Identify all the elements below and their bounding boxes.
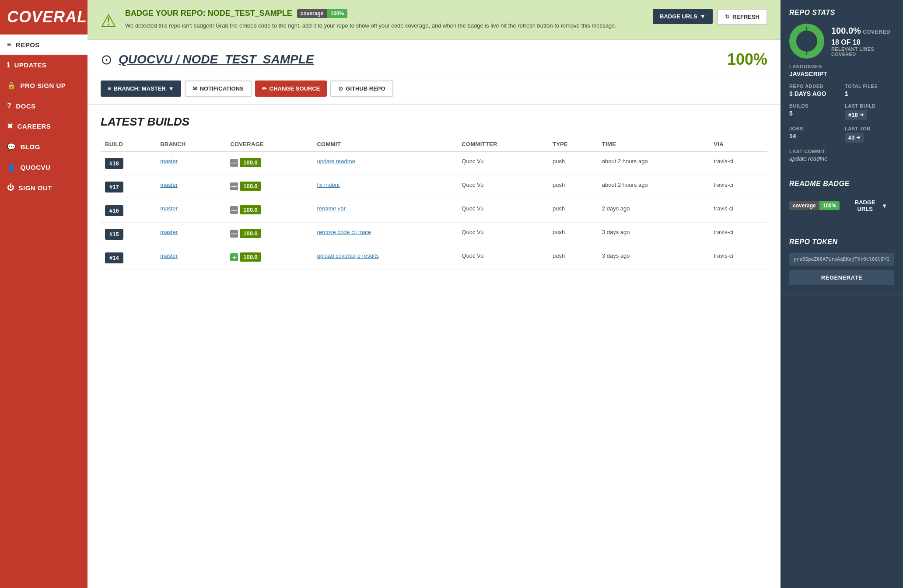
language-value: JAVASCRIPT <box>789 70 894 77</box>
arrow-right-icon: ➜ <box>856 135 860 140</box>
sidebar-item-label: REPOS <box>16 41 40 49</box>
repo-token-title: REPO TOKEN <box>789 238 894 246</box>
cell-time: about 2 hours ago <box>598 175 709 199</box>
sidebar-item-quocvu[interactable]: 👤 QUOCVU <box>0 157 88 178</box>
cell-via: travis-ci <box>709 199 767 223</box>
badge-urls-button[interactable]: BADGE URLS ▼ <box>653 9 713 24</box>
cell-build: #15 <box>101 223 156 246</box>
cell-build: #18 <box>101 151 156 175</box>
coverage-neutral-icon: — <box>230 230 238 238</box>
repo-stats-section: REPO STATS 100.0% COVERED 18 OF 18 RELEV… <box>780 0 903 171</box>
coverage-percent: 100.0% <box>831 26 861 35</box>
language-item: LANGUAGES JAVASCRIPT <box>789 64 894 77</box>
sidebar-item-label: PRO SIGN UP <box>21 82 66 89</box>
cell-committer: Quoc Vu <box>457 175 548 199</box>
cell-type: push <box>548 246 598 270</box>
cell-commit: update readme <box>312 151 457 175</box>
repo-coverage-percent: 100% <box>727 50 767 69</box>
last-job-badge[interactable]: #3 ➜ <box>845 133 864 143</box>
sidebar-item-sign-out[interactable]: ⏻ SIGN OUT <box>0 178 88 198</box>
cell-type: push <box>548 223 598 246</box>
branch-button[interactable]: ≡ BRANCH: MASTER ▼ <box>101 80 181 97</box>
cell-via: travis-ci <box>709 151 767 175</box>
regenerate-button[interactable]: REGENERATE <box>789 270 894 285</box>
builds-section: LATEST BUILDS BUILD BRANCH COVERAGE COMM… <box>88 105 780 588</box>
col-committer: COMMITTER <box>457 137 548 151</box>
stats-numbers: 100.0% COVERED 18 OF 18 RELEVANT LINES C… <box>831 26 894 57</box>
edit-icon: ✏ <box>262 85 267 92</box>
cell-time: about 2 hours ago <box>598 151 709 175</box>
readme-badge-display: coverage 100% <box>789 201 840 210</box>
blog-icon: 💬 <box>7 143 16 151</box>
jobs-item: JOBS 14 <box>789 126 839 143</box>
github-repo-button[interactable]: ⊙ GITHUB REPO <box>330 80 393 97</box>
sidebar-item-careers[interactable]: ✖ CAREERS <box>0 116 88 136</box>
cell-committer: Quoc Vu <box>457 199 548 223</box>
right-panel: REPO STATS 100.0% COVERED 18 OF 18 RELEV… <box>780 0 903 588</box>
col-time: TIME <box>598 137 709 151</box>
sidebar-item-docs[interactable]: ? DOCS <box>0 96 88 116</box>
cell-type: push <box>548 175 598 199</box>
envelope-icon: ✉ <box>192 85 197 92</box>
banner-title: BADGE YOUR REPO: NODE_TEST_SAMPLE covera… <box>125 9 644 18</box>
relevant-lines-label: RELEVANT LINES COVERED <box>831 46 894 57</box>
cell-commit: upload coverag e results <box>312 246 457 270</box>
cell-build: #16 <box>101 199 156 223</box>
repo-header: ⊙ QUOCVU / NODE_TEST_SAMPLE 100% <box>88 40 780 76</box>
sidebar-item-blog[interactable]: 💬 BLOG <box>0 136 88 157</box>
repo-token-section: REPO TOKEN yrs0SpeZ06A7irpAqEKejTXr0cl0G… <box>780 229 903 294</box>
cell-branch: master <box>156 223 226 246</box>
cell-build: #17 <box>101 175 156 199</box>
coverage-donut-chart <box>789 24 824 59</box>
change-source-button[interactable]: ✏ CHANGE SOURCE <box>255 80 327 97</box>
sidebar-item-label: QUOCVU <box>21 164 51 171</box>
col-build: BUILD <box>101 137 156 151</box>
refresh-button[interactable]: ↻ REFRESH <box>717 9 767 25</box>
builds-table: BUILD BRANCH COVERAGE COMMIT COMMITTER T… <box>101 137 767 270</box>
cell-committer: Quoc Vu <box>457 151 548 175</box>
cell-via: travis-ci <box>709 246 767 270</box>
readme-badge-section: README BADGE coverage 100% BADGE URLS ▼ <box>780 171 903 229</box>
table-row: #17 master — 100.0 fix indent Quoc Vu pu… <box>101 175 767 199</box>
last-commit-item: LAST COMMIT update readme <box>789 149 894 162</box>
coverage-neutral-icon: — <box>230 206 238 214</box>
refresh-icon: ↻ <box>725 14 730 20</box>
col-coverage: COVERAGE <box>226 137 312 151</box>
logo: COVERALLS <box>0 0 88 35</box>
lines-count: 18 OF 18 <box>831 38 894 46</box>
readme-badge-urls-button[interactable]: BADGE URLS ▼ <box>844 195 894 217</box>
cell-time: 2 days ago <box>598 199 709 223</box>
repo-stats-title: REPO STATS <box>789 9 894 17</box>
last-build-badge[interactable]: #18 ➜ <box>845 110 867 120</box>
col-commit: COMMIT <box>312 137 457 151</box>
question-icon: ? <box>7 102 11 110</box>
github-icon: ⊙ <box>101 51 112 68</box>
cell-time: 3 days ago <box>598 223 709 246</box>
col-via: VIA <box>709 137 767 151</box>
repo-added-item: REPO ADDED 3 DAYS AGO <box>789 84 839 97</box>
stats-donut: 100.0% COVERED 18 OF 18 RELEVANT LINES C… <box>789 24 894 59</box>
stats-grid: REPO ADDED 3 DAYS AGO TOTAL FILES 1 BUIL… <box>789 84 894 143</box>
cell-commit: rename var <box>312 199 457 223</box>
cell-coverage: + 100.0 <box>226 246 312 270</box>
coverage-neutral-icon: — <box>230 182 238 190</box>
user-icon: 👤 <box>7 163 16 172</box>
cell-type: push <box>548 151 598 175</box>
cell-coverage: — 100.0 <box>226 223 312 246</box>
sidebar-item-repos[interactable]: ≡ REPOS <box>0 35 88 55</box>
table-row: #15 master — 100.0 remove code cli mate … <box>101 223 767 246</box>
cell-committer: Quoc Vu <box>457 223 548 246</box>
sidebar-item-label: UPDATES <box>14 61 47 69</box>
cell-via: travis-ci <box>709 175 767 199</box>
col-branch: BRANCH <box>156 137 226 151</box>
table-row: #14 master + 100.0 upload coverag e resu… <box>101 246 767 270</box>
cell-branch: master <box>156 151 226 175</box>
col-type: TYPE <box>548 137 598 151</box>
repo-actions: ≡ BRANCH: MASTER ▼ ✉ NOTIFICATIONS ✏ CHA… <box>88 76 780 105</box>
list-icon: ≡ <box>108 85 111 92</box>
last-build-item: LAST BUILD #18 ➜ <box>845 103 894 120</box>
sidebar-item-pro-sign-up[interactable]: 🔒 PRO SIGN UP <box>0 75 88 96</box>
table-row: #16 master — 100.0 rename var Quoc Vu pu… <box>101 199 767 223</box>
notifications-button[interactable]: ✉ NOTIFICATIONS <box>185 80 252 97</box>
sidebar-item-updates[interactable]: ℹ UPDATES <box>0 55 88 75</box>
